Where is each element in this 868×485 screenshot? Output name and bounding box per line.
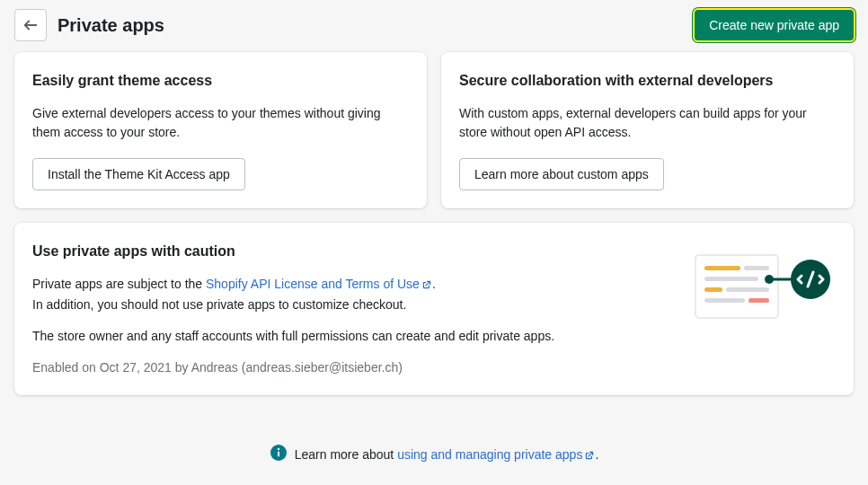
private-app-illustration [692, 241, 836, 322]
svg-rect-12 [278, 452, 279, 457]
caution-line3: The store owner and any staff accounts w… [32, 327, 670, 346]
external-link-icon [584, 447, 595, 466]
api-license-link[interactable]: Shopify API License and Terms of Use [206, 277, 432, 291]
learn-custom-apps-button[interactable]: Learn more about custom apps [459, 158, 664, 190]
caution-card: Use private apps with caution Private ap… [14, 223, 854, 395]
footer-text: Learn more about using and managing priv… [295, 445, 599, 466]
collab-body: With custom apps, external developers ca… [459, 104, 836, 142]
caution-title: Use private apps with caution [32, 241, 670, 262]
svg-rect-6 [704, 298, 745, 303]
external-link-icon [421, 277, 432, 295]
svg-rect-7 [748, 298, 769, 303]
caution-line1-suffix: . [432, 277, 436, 291]
header-left: Private apps [14, 9, 164, 41]
caution-line1: Private apps are subject to the Shopify … [32, 275, 670, 314]
info-icon [270, 444, 288, 467]
svg-point-9 [765, 275, 774, 284]
svg-rect-5 [726, 287, 769, 292]
page-title: Private apps [58, 12, 164, 39]
theme-access-title: Easily grant theme access [32, 70, 409, 92]
caution-content: Use private apps with caution Private ap… [32, 241, 670, 377]
theme-access-body: Give external developers access to your … [32, 104, 409, 142]
caution-meta: Enabled on Oct 27, 2021 by Andreas (andr… [32, 358, 670, 377]
svg-rect-0 [695, 255, 778, 318]
cards-row: Easily grant theme access Give external … [14, 52, 854, 208]
footer-link[interactable]: using and managing private apps [397, 447, 595, 462]
install-theme-kit-button[interactable]: Install the Theme Kit Access app [32, 158, 245, 190]
svg-rect-3 [704, 277, 758, 281]
caution-line2: In addition, you should not use private … [32, 297, 406, 312]
svg-rect-4 [704, 287, 722, 292]
theme-access-card: Easily grant theme access Give external … [14, 52, 427, 208]
create-private-app-button[interactable]: Create new private app [695, 10, 854, 40]
svg-point-13 [278, 448, 279, 450]
page-header: Private apps Create new private app [14, 0, 854, 52]
back-button[interactable] [14, 9, 47, 41]
caution-line1-prefix: Private apps are subject to the [32, 277, 206, 291]
arrow-left-icon [22, 17, 39, 33]
footer-help: Learn more about using and managing priv… [14, 395, 854, 467]
collab-title: Secure collaboration with external devel… [459, 70, 836, 92]
collab-card: Secure collaboration with external devel… [441, 52, 854, 208]
svg-rect-1 [704, 266, 740, 270]
svg-rect-2 [744, 266, 769, 270]
